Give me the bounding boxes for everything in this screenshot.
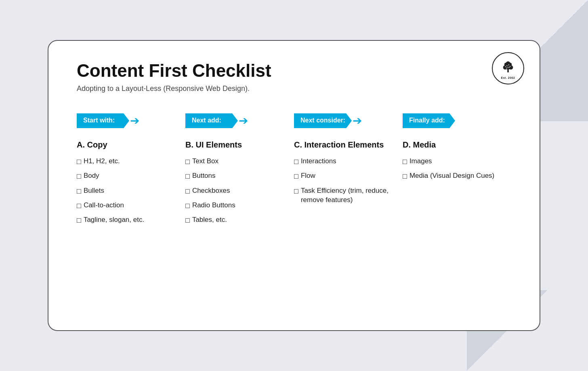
list-item: □Interactions bbox=[294, 156, 403, 167]
list-item: □Flow bbox=[294, 171, 403, 181]
svg-point-9 bbox=[509, 66, 510, 67]
step-arrow-0: ➔ bbox=[130, 115, 139, 126]
list-item: □Task Efficiency (trim, reduce, remove f… bbox=[294, 186, 403, 205]
svg-point-10 bbox=[506, 67, 507, 68]
list-item-text: Images bbox=[410, 156, 432, 166]
list-item: □Call-to-action bbox=[77, 200, 185, 211]
step-col-2: Next consider:➔C. Interaction Elements□I… bbox=[294, 113, 403, 205]
step-col-3: Finally add:D. Media□Images□Media (Visua… bbox=[403, 113, 511, 181]
checkbox-icon: □ bbox=[294, 157, 298, 167]
step-header-2: Next consider:➔ bbox=[294, 113, 403, 128]
list-item: □Media (Visual Design Cues) bbox=[403, 171, 511, 181]
list-item-text: H1, H2, etc. bbox=[84, 156, 120, 166]
checkbox-icon: □ bbox=[77, 201, 81, 211]
list-item: □Tagline, slogan, etc. bbox=[77, 215, 185, 226]
svg-point-7 bbox=[506, 65, 507, 66]
svg-point-13 bbox=[510, 66, 511, 67]
step-arrow-1: ➔ bbox=[239, 115, 248, 126]
page-title: Content First Checklist bbox=[77, 61, 511, 80]
checkbox-icon: □ bbox=[77, 171, 81, 181]
step-badge-2: Next consider: bbox=[294, 113, 352, 128]
step-header-0: Start with:➔ bbox=[77, 113, 185, 128]
list-item: □Checkboxes bbox=[185, 186, 294, 196]
list-item-text: Text Box bbox=[192, 156, 218, 166]
list-item: □Tables, etc. bbox=[185, 215, 294, 226]
steps-row: Start with:➔A. Copy□H1, H2, etc.□Body□Bu… bbox=[77, 113, 511, 226]
step-badge-3: Finally add: bbox=[403, 113, 455, 128]
list-item-text: Checkboxes bbox=[192, 186, 230, 196]
logo-est: Est. 2002 bbox=[501, 76, 515, 79]
checkbox-icon: □ bbox=[403, 157, 407, 167]
checkbox-icon: □ bbox=[403, 171, 407, 181]
list-item: □Bullets bbox=[77, 186, 185, 196]
step-header-3: Finally add: bbox=[403, 113, 511, 128]
list-item-text: Body bbox=[84, 171, 99, 181]
list-item-text: Tagline, slogan, etc. bbox=[84, 215, 144, 225]
step-badge-0: Start with: bbox=[77, 113, 129, 128]
checkbox-icon: □ bbox=[185, 215, 190, 226]
checkbox-icon: □ bbox=[294, 186, 298, 196]
checkbox-icon: □ bbox=[185, 157, 190, 167]
checkbox-icon: □ bbox=[185, 201, 190, 211]
list-item-text: Task Efficiency (trim, reduce, remove fe… bbox=[301, 186, 403, 205]
checkbox-icon: □ bbox=[77, 186, 81, 196]
list-item-text: Buttons bbox=[192, 171, 216, 181]
section-title-0: A. Copy bbox=[77, 139, 185, 150]
section-title-1: B. UI Elements bbox=[185, 139, 294, 150]
checklist-3: □Images□Media (Visual Design Cues) bbox=[403, 156, 511, 181]
svg-point-8 bbox=[508, 64, 509, 65]
list-item: □H1, H2, etc. bbox=[77, 156, 185, 167]
list-item: □Images bbox=[403, 156, 511, 167]
step-arrow-2: ➔ bbox=[353, 115, 362, 126]
list-item-text: Radio Buttons bbox=[192, 200, 235, 210]
checklist-1: □Text Box□Buttons□Checkboxes□Radio Butto… bbox=[185, 156, 294, 226]
list-item: □Body bbox=[77, 171, 185, 181]
section-title-2: C. Interaction Elements bbox=[294, 139, 403, 150]
list-item: □Radio Buttons bbox=[185, 200, 294, 211]
list-item-text: Flow bbox=[301, 171, 315, 181]
list-item-text: Tables, etc. bbox=[192, 215, 227, 225]
checkbox-icon: □ bbox=[294, 171, 298, 181]
svg-point-11 bbox=[508, 67, 508, 67]
checkbox-icon: □ bbox=[185, 186, 190, 196]
list-item-text: Call-to-action bbox=[84, 200, 124, 210]
step-col-0: Start with:➔A. Copy□H1, H2, etc.□Body□Bu… bbox=[77, 113, 185, 226]
checklist-2: □Interactions□Flow□Task Efficiency (trim… bbox=[294, 156, 403, 205]
checkbox-icon: □ bbox=[77, 157, 81, 167]
svg-point-12 bbox=[505, 66, 506, 67]
list-item-text: Interactions bbox=[301, 156, 336, 166]
svg-point-6 bbox=[506, 61, 510, 65]
section-title-3: D. Media bbox=[403, 139, 511, 150]
checkbox-icon: □ bbox=[185, 171, 190, 181]
checklist-0: □H1, H2, etc.□Body□Bullets□Call-to-actio… bbox=[77, 156, 185, 226]
main-card: Est. 2002 Content First Checklist Adopti… bbox=[48, 40, 540, 331]
checkbox-icon: □ bbox=[77, 215, 81, 226]
step-badge-1: Next add: bbox=[185, 113, 238, 128]
list-item-text: Media (Visual Design Cues) bbox=[410, 171, 494, 181]
list-item: □Buttons bbox=[185, 171, 294, 181]
list-item-text: Bullets bbox=[84, 186, 104, 196]
logo-badge: Est. 2002 bbox=[492, 52, 524, 84]
svg-rect-0 bbox=[507, 69, 509, 72]
list-item: □Text Box bbox=[185, 156, 294, 167]
step-header-1: Next add:➔ bbox=[185, 113, 294, 128]
step-col-1: Next add:➔B. UI Elements□Text Box□Button… bbox=[185, 113, 294, 226]
page-subtitle: Adopting to a Layout-Less (Responsive We… bbox=[77, 84, 511, 93]
